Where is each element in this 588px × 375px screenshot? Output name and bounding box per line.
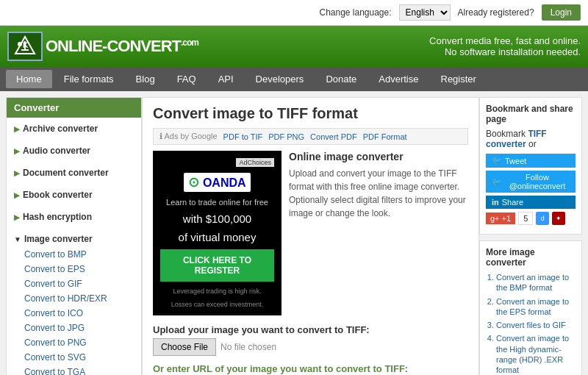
ad-link-2[interactable]: PDF PNG xyxy=(268,132,304,141)
registered-label: Already registered? xyxy=(458,7,534,18)
linkedin-icon: in xyxy=(492,198,499,207)
converter-desc-text: Upload and convert your image to the TIF… xyxy=(289,167,468,220)
no-file-label: No file chosen xyxy=(220,342,276,352)
mid-content: AdChoices ⊙ OANDA Learn to trade online … xyxy=(153,151,468,315)
login-button[interactable]: Login xyxy=(542,4,581,21)
sidebar-hash-label: Hash encryption xyxy=(23,212,92,222)
ad-cta-button[interactable]: CLICK HERE TO REGISTER xyxy=(160,249,274,282)
more-list: Convert an image to the BMP format Conve… xyxy=(486,272,576,375)
digg-icon[interactable]: ✦ xyxy=(552,212,565,225)
ad-headline2: with $100,000 xyxy=(183,213,251,225)
nav-advertise[interactable]: Advertise xyxy=(368,70,429,88)
page-title: Convert image to TIFF format xyxy=(153,105,468,122)
arrow-icon: ▼ xyxy=(14,235,21,243)
nav-file-formats[interactable]: File formats xyxy=(54,70,124,88)
bookmark-label: Bookmark xyxy=(486,129,526,139)
sidebar-item-jpg[interactable]: Convert to JPG xyxy=(12,321,135,335)
upload-section: Upload your image you want to convert to… xyxy=(153,324,468,375)
sidebar-item-png[interactable]: Convert to PNG xyxy=(12,335,135,350)
sidebar-section-document-header[interactable]: ▶ Document converter xyxy=(12,165,135,181)
sidebar-item-bmp[interactable]: Convert to BMP xyxy=(12,247,135,262)
advertisement-block: AdChoices ⊙ OANDA Learn to trade online … xyxy=(153,151,282,315)
sidebar-item-svg[interactable]: Convert to SVG xyxy=(12,350,135,365)
sidebar-item-ico[interactable]: Convert to ICO xyxy=(12,306,135,321)
sidebar: Converter ▶ Archive converter ▶ Audio co… xyxy=(6,97,142,375)
nav-blog[interactable]: Blog xyxy=(126,70,165,88)
follow-label: Follow @onlineconvert xyxy=(505,173,570,190)
tweet-button[interactable]: 🐦 Tweet xyxy=(486,154,576,168)
change-language-label: Change language: xyxy=(319,7,391,18)
sidebar-section-image-header[interactable]: ▼ Image converter xyxy=(12,231,135,247)
sidebar-section-audio-header[interactable]: ▶ Audio converter xyxy=(12,143,135,159)
oanda-logo: ⊙ OANDA xyxy=(184,173,250,192)
sidebar-section-ebook-header[interactable]: ▶ Ebook converter xyxy=(12,187,135,203)
sidebar-item-hdr[interactable]: Convert to HDR/EXR xyxy=(12,291,135,306)
sidebar-section-hash-header[interactable]: ▶ Hash encryption xyxy=(12,209,135,225)
sidebar-audio-label: Audio converter xyxy=(23,146,90,156)
social-icons: d ✦ xyxy=(536,212,565,225)
main-layout: Converter ▶ Archive converter ▶ Audio co… xyxy=(0,91,588,375)
more-image-converter-box: More image converter Convert an image to… xyxy=(479,240,582,375)
arrow-icon: ▶ xyxy=(14,125,20,133)
nav-bar: Home File formats Blog FAQ API Developer… xyxy=(0,67,588,91)
content-area: Convert image to TIFF format ℹ Ads by Go… xyxy=(142,97,479,375)
ad-disclaimer2: Losses can exceed investment. xyxy=(171,301,264,308)
sidebar-section-hash: ▶ Hash encryption xyxy=(7,206,141,228)
more-item-4[interactable]: Convert an image to the High dynamic-ran… xyxy=(496,333,576,375)
ad-link-3[interactable]: Convert PDF xyxy=(310,132,357,141)
follow-button[interactable]: 🐦 Follow @onlineconvert xyxy=(486,171,576,193)
ad-disclaimer1: Leveraged trading is high risk. xyxy=(173,288,261,295)
sidebar-image-label: Image converter xyxy=(24,234,93,244)
sidebar-section-audio: ▶ Audio converter xyxy=(7,140,141,162)
sidebar-item-tga[interactable]: Convert to TGA xyxy=(12,365,135,375)
more-item-3[interactable]: Convert files to GIF xyxy=(496,320,576,330)
nav-developers[interactable]: Developers xyxy=(245,70,315,88)
more-item-2[interactable]: Convert an image to the EPS format xyxy=(496,296,576,318)
sidebar-item-eps[interactable]: Convert to EPS xyxy=(12,262,135,276)
nav-faq[interactable]: FAQ xyxy=(167,70,207,88)
file-row: Choose File No file chosen xyxy=(153,338,468,356)
nav-home[interactable]: Home xyxy=(6,70,52,88)
header-tagline: Convert media free, fast and online. No … xyxy=(429,35,581,57)
sidebar-section-ebook: ▶ Ebook converter xyxy=(7,184,141,206)
share-label: Share xyxy=(502,198,523,207)
ad-headline3: of virtual money xyxy=(179,231,257,243)
logo-text: ONLINE-CONVERT.com xyxy=(46,37,198,56)
ad-link-4[interactable]: PDF Format xyxy=(363,132,407,141)
ad-choices-label: AdChoices xyxy=(236,158,274,167)
nav-register[interactable]: Register xyxy=(431,70,487,88)
choose-file-button[interactable]: Choose File xyxy=(153,338,216,356)
sidebar-item-gif[interactable]: Convert to GIF xyxy=(12,276,135,291)
logo-com: .com xyxy=(181,38,198,48)
logo-svg: K xyxy=(14,35,36,57)
sidebar-archive-label: Archive converter xyxy=(23,124,98,134)
delicious-icon[interactable]: d xyxy=(536,212,549,225)
linkedin-share-button[interactable]: in Share xyxy=(486,196,576,209)
ad-link-1[interactable]: PDF to TIF xyxy=(223,132,263,141)
more-item-1[interactable]: Convert an image to the BMP format xyxy=(496,272,576,293)
bookmark-box: Bookmark and share page Bookmark TIFF co… xyxy=(479,97,582,235)
twitter-icon: 🐦 xyxy=(492,156,502,165)
tagline-line2: No software installation needed. xyxy=(429,46,581,57)
sidebar-section-archive-header[interactable]: ▶ Archive converter xyxy=(12,121,135,137)
nav-api[interactable]: API xyxy=(208,70,244,88)
converter-desc-title: Online image converter xyxy=(289,151,468,162)
sidebar-section-image: ▼ Image converter Convert to BMP Convert… xyxy=(7,228,141,375)
bookmark-title: Bookmark and share page xyxy=(486,104,576,124)
svg-text:K: K xyxy=(23,41,29,49)
language-select[interactable]: English xyxy=(399,4,451,21)
tagline-line1: Convert media free, fast and online. xyxy=(429,35,581,46)
nav-donate[interactable]: Donate xyxy=(315,70,367,88)
arrow-icon: ▶ xyxy=(14,169,20,177)
arrow-icon: ▶ xyxy=(14,147,20,155)
follow-icon: 🐦 xyxy=(492,177,502,187)
more-title: More image converter xyxy=(486,247,576,268)
gplus-button[interactable]: g+ +1 xyxy=(486,213,515,224)
upload-label: Upload your image you want to convert to… xyxy=(153,324,468,335)
ad-bar: ℹ Ads by Google PDF to TIF PDF PNG Conve… xyxy=(153,128,468,145)
sidebar-ebook-label: Ebook converter xyxy=(23,190,93,200)
tweet-label: Tweet xyxy=(505,157,526,165)
ads-by-label: ℹ Ads by Google xyxy=(159,132,218,141)
sidebar-section-archive: ▶ Archive converter xyxy=(7,118,141,140)
arrow-icon: ▶ xyxy=(14,213,20,221)
